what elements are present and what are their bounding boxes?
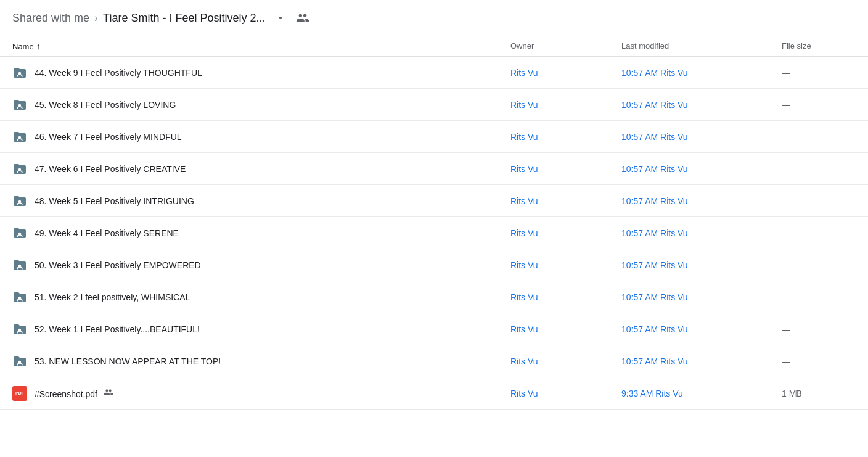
table-row[interactable]: 48. Week 5 I Feel Positively INTRIGUING … xyxy=(0,185,868,217)
breadcrumb-separator: › xyxy=(94,12,98,25)
cell-name: 53. NEW LESSON NOW APPEAR AT THE TOP! xyxy=(12,354,510,369)
table-row[interactable]: 51. Week 2 I feel positively, WHIMSICAL … xyxy=(0,281,868,313)
shared-folder-icon xyxy=(12,226,27,241)
cell-owner[interactable]: Rits Vu xyxy=(510,132,621,142)
sort-arrow: ↑ xyxy=(36,41,41,51)
table-row[interactable]: 52. Week 1 I Feel Positively....BEAUTIFU… xyxy=(0,313,868,345)
cell-name: 48. Week 5 I Feel Positively INTRIGUING xyxy=(12,194,510,208)
file-name-label: 52. Week 1 I Feel Positively....BEAUTIFU… xyxy=(35,324,200,334)
cell-owner[interactable]: Rits Vu xyxy=(510,100,621,110)
breadcrumb-root[interactable]: Shared with me xyxy=(12,12,89,25)
cell-name: 49. Week 4 I Feel Positively SERENE xyxy=(12,226,510,241)
table-header: Name ↑ Owner Last modified File size xyxy=(0,36,868,57)
column-modified: Last modified xyxy=(621,41,782,51)
cell-owner[interactable]: Rits Vu xyxy=(510,68,621,78)
cell-modified: 10:57 AM Rits Vu xyxy=(621,100,782,110)
column-size: File size xyxy=(782,41,856,51)
cell-modified: 9:33 AM Rits Vu xyxy=(621,389,782,398)
cell-modified: 10:57 AM Rits Vu xyxy=(621,292,782,302)
file-name-label: 53. NEW LESSON NOW APPEAR AT THE TOP! xyxy=(35,356,221,366)
column-name[interactable]: Name ↑ xyxy=(12,41,510,51)
shared-folder-icon xyxy=(12,65,27,80)
cell-owner[interactable]: Rits Vu xyxy=(510,324,621,334)
file-name-label: #Screenshot.pdf xyxy=(35,387,113,399)
cell-owner[interactable]: Rits Vu xyxy=(510,389,621,398)
dropdown-button[interactable] xyxy=(272,10,289,26)
shared-folder-icon xyxy=(12,290,27,305)
shared-users-button[interactable] xyxy=(293,9,312,27)
cell-modified: 10:57 AM Rits Vu xyxy=(621,132,782,142)
cell-name: 51. Week 2 I feel positively, WHIMSICAL xyxy=(12,290,510,305)
cell-owner[interactable]: Rits Vu xyxy=(510,292,621,302)
file-table: Name ↑ Owner Last modified File size 44.… xyxy=(0,36,868,410)
cell-size: — xyxy=(782,228,856,238)
table-row[interactable]: 46. Week 7 I Feel Positively MINDFUL Rit… xyxy=(0,121,868,153)
file-name-label: 46. Week 7 I Feel Positively MINDFUL xyxy=(35,132,182,142)
breadcrumb-current: Tiare Smith - I Feel Positively 2... xyxy=(103,12,265,25)
cell-size: 1 MB xyxy=(782,389,856,398)
cell-size: — xyxy=(782,132,856,142)
cell-modified: 10:57 AM Rits Vu xyxy=(621,228,782,238)
cell-modified: 10:57 AM Rits Vu xyxy=(621,68,782,78)
cell-size: — xyxy=(782,324,856,334)
cell-size: — xyxy=(782,196,856,206)
file-name-label: 49. Week 4 I Feel Positively SERENE xyxy=(35,228,179,238)
file-name-label: 44. Week 9 I Feel Positively THOUGHTFUL xyxy=(35,68,202,78)
pdf-file-icon: PDF xyxy=(12,386,27,401)
cell-name: 46. Week 7 I Feel Positively MINDFUL xyxy=(12,130,510,144)
cell-modified: 10:57 AM Rits Vu xyxy=(621,164,782,174)
file-name-label: 48. Week 5 I Feel Positively INTRIGUING xyxy=(35,196,194,206)
cell-owner[interactable]: Rits Vu xyxy=(510,356,621,366)
file-name-label: 50. Week 3 I Feel Positively EMPOWERED xyxy=(35,260,201,270)
header-actions xyxy=(272,9,312,27)
table-row[interactable]: 53. NEW LESSON NOW APPEAR AT THE TOP! Ri… xyxy=(0,345,868,377)
shared-folder-icon xyxy=(12,194,27,208)
table-row[interactable]: 50. Week 3 I Feel Positively EMPOWERED R… xyxy=(0,249,868,281)
cell-name: 47. Week 6 I Feel Positively CREATIVE xyxy=(12,162,510,176)
cell-owner[interactable]: Rits Vu xyxy=(510,164,621,174)
table-row[interactable]: 49. Week 4 I Feel Positively SERENE Rits… xyxy=(0,217,868,249)
cell-size: — xyxy=(782,164,856,174)
shared-badge xyxy=(104,387,113,397)
shared-folder-icon xyxy=(12,322,27,337)
table-row[interactable]: 44. Week 9 I Feel Positively THOUGHTFUL … xyxy=(0,57,868,89)
column-owner: Owner xyxy=(510,41,621,51)
cell-owner[interactable]: Rits Vu xyxy=(510,260,621,270)
table-body: 44. Week 9 I Feel Positively THOUGHTFUL … xyxy=(0,57,868,410)
table-row[interactable]: 47. Week 6 I Feel Positively CREATIVE Ri… xyxy=(0,153,868,185)
shared-folder-icon xyxy=(12,354,27,369)
shared-folder-icon xyxy=(12,258,27,273)
cell-modified: 10:57 AM Rits Vu xyxy=(621,324,782,334)
table-row[interactable]: 45. Week 8 I Feel Positively LOVING Rits… xyxy=(0,89,868,121)
cell-size: — xyxy=(782,100,856,110)
cell-modified: 10:57 AM Rits Vu xyxy=(621,196,782,206)
breadcrumb: Shared with me › Tiare Smith - I Feel Po… xyxy=(0,0,868,36)
cell-modified: 10:57 AM Rits Vu xyxy=(621,260,782,270)
cell-modified: 10:57 AM Rits Vu xyxy=(621,356,782,366)
cell-name: 52. Week 1 I Feel Positively....BEAUTIFU… xyxy=(12,322,510,337)
shared-folder-icon xyxy=(12,97,27,112)
cell-size: — xyxy=(782,68,856,78)
cell-size: — xyxy=(782,260,856,270)
cell-size: — xyxy=(782,292,856,302)
shared-folder-icon xyxy=(12,130,27,144)
file-name-label: 51. Week 2 I feel positively, WHIMSICAL xyxy=(35,292,190,302)
file-name-label: 47. Week 6 I Feel Positively CREATIVE xyxy=(35,164,186,174)
table-row[interactable]: PDF #Screenshot.pdf Rits Vu 9:33 AM Rits… xyxy=(0,377,868,410)
shared-folder-icon xyxy=(12,162,27,176)
cell-name: 45. Week 8 I Feel Positively LOVING xyxy=(12,97,510,112)
cell-owner[interactable]: Rits Vu xyxy=(510,196,621,206)
cell-name: 44. Week 9 I Feel Positively THOUGHTFUL xyxy=(12,65,510,80)
file-name-label: 45. Week 8 I Feel Positively LOVING xyxy=(35,100,176,110)
cell-owner[interactable]: Rits Vu xyxy=(510,228,621,238)
cell-name: PDF #Screenshot.pdf xyxy=(12,386,510,401)
cell-name: 50. Week 3 I Feel Positively EMPOWERED xyxy=(12,258,510,273)
cell-size: — xyxy=(782,356,856,366)
